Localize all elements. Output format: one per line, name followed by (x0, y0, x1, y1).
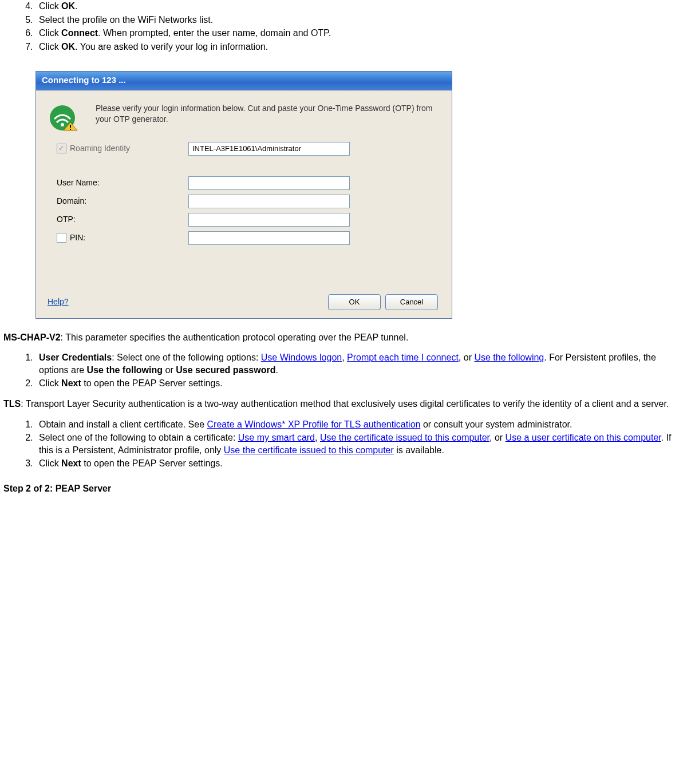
username-input[interactable] (188, 176, 350, 190)
tls-paragraph: TLS: Transport Layer Security authentica… (3, 398, 688, 410)
link-cert-issued-computer-2[interactable]: Use the certificate issued to this compu… (224, 445, 394, 455)
roaming-identity-input[interactable] (188, 142, 350, 156)
tls-heading-rest: : Transport Layer Security authenticatio… (21, 399, 669, 409)
dialog-button-bar: Help? OK Cancel (45, 282, 443, 312)
wifi-warning-icon (48, 101, 80, 133)
step-text: Click (39, 1, 61, 11)
step-5: Select the profile on the WiFi Networks … (35, 14, 688, 26)
mschap-item-1: User Credentials: Select one of the foll… (35, 351, 688, 376)
connecting-dialog: Connecting to 123 ... Please verify your… (35, 71, 452, 318)
otp-row: OTP: (45, 211, 443, 229)
mschap-item-2: Click Next to open the PEAP Server setti… (35, 377, 688, 390)
username-row: User Name: (45, 174, 443, 192)
svg-rect-3 (70, 125, 71, 128)
otp-input[interactable] (188, 213, 350, 227)
otp-label: OTP: (57, 214, 76, 225)
link-user-cert-computer[interactable]: Use a user certificate on this computer (506, 433, 661, 442)
pin-row: PIN: (45, 229, 443, 247)
mschap-list: User Credentials: Select one of the foll… (3, 351, 688, 390)
pin-label: PIN: (70, 232, 85, 243)
svg-rect-4 (70, 129, 71, 130)
mschap-heading-rest: : This parameter specifies the authentic… (61, 332, 409, 342)
domain-row: Domain: (45, 192, 443, 211)
step-post: . You are asked to verify your log in in… (75, 42, 268, 52)
step-post: . (75, 1, 77, 11)
ok-button[interactable]: OK (328, 294, 381, 310)
step-text: Click (39, 42, 61, 52)
pin-checkbox[interactable] (57, 233, 66, 243)
dialog-screenshot: Connecting to 123 ... Please verify your… (35, 71, 688, 318)
help-link[interactable]: Help? (48, 296, 69, 307)
pin-input[interactable] (188, 231, 350, 245)
link-use-smart-card[interactable]: Use my smart card (238, 433, 315, 442)
step-2-title: Step 2 of 2: PEAP Server (3, 482, 688, 495)
link-use-the-following[interactable]: Use the following (474, 353, 544, 362)
link-create-xp-profile[interactable]: Create a Windows* XP Profile for TLS aut… (207, 419, 421, 429)
tls-item-2: Select one of the following to obtain a … (35, 431, 688, 456)
tls-item-3: Click Next to open the PEAP Server setti… (35, 457, 688, 470)
domain-input[interactable] (188, 195, 350, 208)
tls-heading: TLS (3, 399, 21, 409)
user-credentials-bold: User Credentials (39, 353, 112, 362)
step-text: Select the profile on the WiFi Networks … (39, 15, 213, 25)
roaming-checkbox[interactable]: ✓ (57, 144, 66, 153)
dialog-info-text: Please verify your login information bel… (96, 101, 440, 125)
step-bold: Connect (61, 28, 98, 38)
step-7: Click OK. You are asked to verify your l… (35, 41, 688, 53)
dialog-titlebar: Connecting to 123 ... (36, 72, 452, 90)
domain-label: Domain: (57, 196, 86, 207)
mschap-paragraph: MS-CHAP-V2: This parameter specifies the… (3, 331, 688, 344)
link-prompt-each-time[interactable]: Prompt each time I connect (347, 353, 459, 362)
username-label: User Name: (57, 177, 100, 188)
cancel-button[interactable]: Cancel (385, 294, 438, 310)
steps-list-top: Click OK. Select the profile on the WiFi… (3, 0, 688, 53)
step-bold: OK (61, 1, 75, 11)
link-cert-issued-computer[interactable]: Use the certificate issued to this compu… (320, 433, 489, 442)
step-bold: OK (61, 42, 75, 52)
step-text: Click (39, 28, 61, 38)
step-4: Click OK. (35, 0, 688, 13)
link-use-windows-logon[interactable]: Use Windows logon (261, 353, 342, 362)
step-6: Click Connect. When prompted, enter the … (35, 27, 688, 39)
roaming-identity-row: ✓ Roaming Identity (45, 140, 443, 158)
svg-point-1 (61, 123, 64, 126)
mschap-heading: MS-CHAP-V2 (3, 332, 61, 342)
dialog-body: Please verify your login information bel… (36, 90, 452, 318)
tls-list: Obtain and install a client certificate.… (3, 418, 688, 470)
step-post: . When prompted, enter the user name, do… (98, 28, 331, 38)
roaming-label: Roaming Identity (70, 143, 130, 154)
dialog-info-row: Please verify your login information bel… (45, 96, 443, 140)
tls-item-1: Obtain and install a client certificate.… (35, 418, 688, 431)
